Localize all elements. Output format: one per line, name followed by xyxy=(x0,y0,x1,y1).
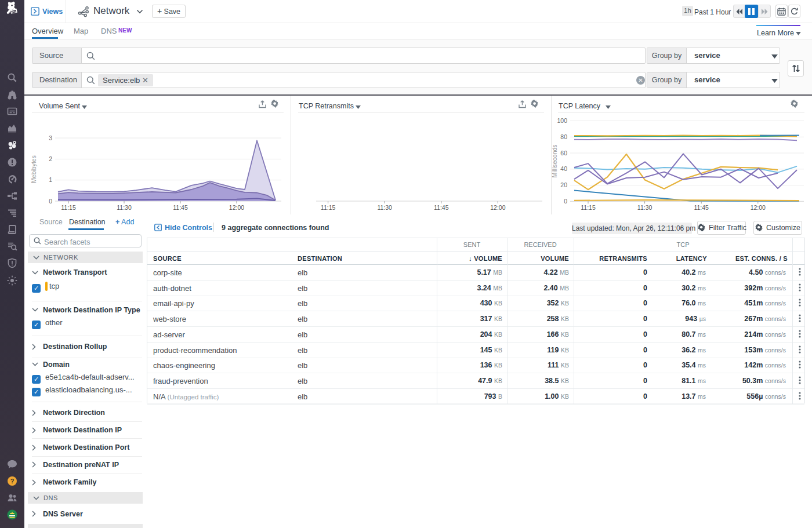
svg-text:60: 60 xyxy=(560,150,567,156)
svg-text:40: 40 xyxy=(560,165,567,172)
svg-text:0: 0 xyxy=(49,198,52,205)
svg-text:12:00: 12:00 xyxy=(490,204,505,211)
svg-text:Mebibytes: Mebibytes xyxy=(30,155,37,183)
svg-text:11:45: 11:45 xyxy=(434,204,449,211)
svg-text:12:00: 12:00 xyxy=(751,204,766,211)
svg-text:11:45: 11:45 xyxy=(694,204,709,211)
svg-text:100: 100 xyxy=(557,117,567,124)
svg-text:11:30: 11:30 xyxy=(117,204,132,211)
svg-text:3: 3 xyxy=(49,134,52,141)
svg-text:80: 80 xyxy=(560,133,567,140)
svg-text:11:15: 11:15 xyxy=(581,204,596,211)
svg-text:11:45: 11:45 xyxy=(173,204,188,211)
svg-text:0: 0 xyxy=(564,198,567,205)
svg-text:12:00: 12:00 xyxy=(229,204,244,211)
svg-text:2: 2 xyxy=(49,155,52,162)
svg-text:20: 20 xyxy=(560,181,567,188)
svg-text:?: ? xyxy=(10,478,14,485)
svg-text:11:30: 11:30 xyxy=(377,204,392,211)
svg-text:1: 1 xyxy=(49,176,52,183)
svg-text:11:15: 11:15 xyxy=(61,204,76,211)
svg-text:11:15: 11:15 xyxy=(321,204,336,211)
svg-text:Milliseconds: Milliseconds xyxy=(551,144,558,177)
svg-text:11:30: 11:30 xyxy=(637,204,652,211)
